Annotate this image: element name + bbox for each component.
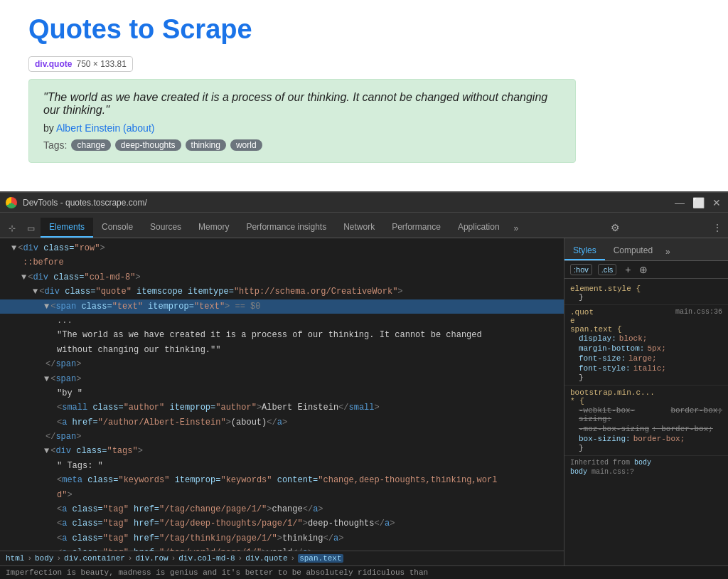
code-line: <a class="tag" href="/tag/thinking/page/… xyxy=(0,531,564,546)
new-rule-button[interactable]: ⊕ xyxy=(639,264,648,275)
expand-span2[interactable] xyxy=(44,372,49,386)
expand-col[interactable] xyxy=(21,270,26,285)
expand-tags[interactable] xyxy=(44,444,49,458)
expand-row[interactable] xyxy=(11,241,16,255)
style-selector-bootstrap: bootstrap.min.c... xyxy=(570,388,655,397)
quote-tags: Tags: changedeep-thoughtsthinkingworld xyxy=(43,139,561,151)
page-title: Quotes to Scrape xyxy=(28,14,700,45)
tab-performance[interactable]: Performance xyxy=(383,218,449,238)
code-line: <a href="/author/Albert-Einstein" >(abou… xyxy=(0,415,564,430)
quote-box: "The world as we have created it is a pr… xyxy=(28,79,576,163)
breadcrumb-row[interactable]: div.row xyxy=(135,554,168,563)
plus-button[interactable]: + xyxy=(625,264,631,275)
page-content: Quotes to Scrape div.quote 750 × 133.81 … xyxy=(0,0,728,192)
window-controls: — ⬜ ✕ xyxy=(674,197,722,208)
style-selector-e: e xyxy=(570,317,722,325)
code-line: <meta class="keywords" itemprop="keyword… xyxy=(0,473,564,487)
bottom-scroll-text: Imperfection is beauty, madness is geniu… xyxy=(0,565,728,579)
devtools-panel: DevTools - quotes.toscrape.com/ — ⬜ ✕ ⊹ … xyxy=(0,191,728,579)
tab-styles[interactable]: Styles xyxy=(564,242,605,260)
tab-console[interactable]: Console xyxy=(93,218,141,238)
code-line: </span> xyxy=(0,430,564,444)
style-spantext-selector: span.text { xyxy=(570,325,722,334)
code-line: </span> xyxy=(0,357,564,371)
quote-text: "The world as we have created it is a pr… xyxy=(43,91,561,117)
code-line: without changing our thinking."" xyxy=(0,343,564,357)
more-icon[interactable]: ⋮ xyxy=(707,218,728,238)
tab-overflow[interactable]: » xyxy=(508,219,525,238)
devtools-body: <div class="row" > ::before <div class="… xyxy=(0,238,728,565)
breadcrumb-quote[interactable]: div.quote xyxy=(245,554,287,563)
code-line: d"> xyxy=(0,488,564,502)
style-rule-quot: .quot main.css:36 e span.text { display:… xyxy=(564,305,728,386)
breadcrumb-col[interactable]: div.col-md-8 xyxy=(178,554,235,563)
code-line: <div class="col-md-8" > xyxy=(0,270,564,285)
styles-toolbar: :hov .cls + ⊕ xyxy=(564,261,728,279)
tab-computed[interactable]: Computed xyxy=(605,242,661,260)
tags-label: Tags: xyxy=(43,139,67,151)
code-line-selected: <span class="text" itemprop="text" > == … xyxy=(0,299,564,314)
styles-content[interactable]: element.style { } .quot main.css:36 e sp… xyxy=(564,279,728,565)
inherited-label: Inherited from body xyxy=(564,456,728,468)
code-line: <div class="tags" > xyxy=(0,444,564,458)
code-line: <small class="author" itemprop="author" … xyxy=(0,400,564,415)
hov-button[interactable]: :hov xyxy=(570,264,592,275)
code-view[interactable]: <div class="row" > ::before <div class="… xyxy=(0,238,564,551)
styles-overflow[interactable]: » xyxy=(661,243,675,260)
author-about-link[interactable]: (about) xyxy=(123,122,154,134)
code-line: <div class="quote" itemscope itemtype="h… xyxy=(0,285,564,299)
code-line: "The world as we have created it is a pr… xyxy=(0,328,564,342)
restore-button[interactable]: ⬜ xyxy=(692,197,704,208)
styles-panel: Styles Computed » :hov .cls + ⊕ element.… xyxy=(564,238,728,565)
element-badge-name: div.quote xyxy=(35,59,72,69)
breadcrumb-container[interactable]: div.container xyxy=(64,554,125,563)
code-line: <a class="tag" href="/tag/world/page/1/"… xyxy=(0,546,564,551)
tab-network[interactable]: Network xyxy=(335,218,383,238)
devtools-tabs: ⊹ ▭ Elements Console Sources Memory Perf… xyxy=(0,213,728,238)
style-selector-quot: .quot xyxy=(570,308,594,317)
style-star-rule: * { xyxy=(570,397,722,405)
expand-quote[interactable] xyxy=(33,285,38,299)
minimize-button[interactable]: — xyxy=(674,197,685,208)
inherited-source: body main.css:? xyxy=(564,468,728,479)
breadcrumb-body[interactable]: body xyxy=(35,554,53,563)
code-line: "by " xyxy=(0,386,564,400)
style-selector: element.style { xyxy=(570,285,722,293)
cursor-icon[interactable]: ⊹ xyxy=(3,219,21,238)
chrome-icon xyxy=(6,197,17,208)
breadcrumb-html[interactable]: html xyxy=(6,554,24,563)
styles-tabs: Styles Computed » xyxy=(564,238,728,261)
expand-span[interactable] xyxy=(44,299,49,314)
close-button[interactable]: ✕ xyxy=(711,197,722,208)
code-line: ::before xyxy=(0,255,564,270)
style-rule-bootstrap: bootstrap.min.c... * { -webkit-box-sizin… xyxy=(564,386,728,456)
code-line: <span > xyxy=(0,372,564,386)
code-line: <a class="tag" href="/tag/deep-thoughts/… xyxy=(0,516,564,531)
elements-panel: <div class="row" > ::before <div class="… xyxy=(0,238,564,565)
element-badge: div.quote 750 × 133.81 xyxy=(28,56,133,72)
tab-elements[interactable]: Elements xyxy=(41,218,93,238)
code-line: <div class="row" > xyxy=(0,241,564,255)
tag-badge[interactable]: change xyxy=(71,139,110,151)
style-source[interactable]: main.css:36 xyxy=(675,308,722,317)
tab-memory[interactable]: Memory xyxy=(190,218,237,238)
tag-badge[interactable]: thinking xyxy=(186,139,226,151)
tab-application[interactable]: Application xyxy=(449,218,508,238)
author-link[interactable]: Albert Einstein xyxy=(56,122,120,134)
tag-badge[interactable]: deep-thoughts xyxy=(115,139,181,151)
code-line: " Tags: " xyxy=(0,459,564,473)
breadcrumb-spantext[interactable]: span.text xyxy=(298,554,343,563)
tag-badge[interactable]: world xyxy=(230,139,262,151)
code-line: <a class="tag" href="/tag/change/page/1/… xyxy=(0,502,564,516)
settings-icon[interactable]: ⚙ xyxy=(605,218,626,238)
quote-author: by Albert Einstein (about) xyxy=(43,122,561,134)
cls-button[interactable]: .cls xyxy=(598,264,617,275)
devtools-breadcrumb: html › body › div.container › div.row › … xyxy=(0,551,564,565)
tab-performance-insights[interactable]: Performance insights xyxy=(237,218,335,238)
devtools-titlebar: DevTools - quotes.toscrape.com/ — ⬜ ✕ xyxy=(0,193,728,213)
tab-sources[interactable]: Sources xyxy=(141,218,190,238)
devtools-title: DevTools - quotes.toscrape.com/ xyxy=(23,198,674,208)
code-dots[interactable]: ... xyxy=(0,314,564,328)
element-badge-dims: 750 × 133.81 xyxy=(76,59,126,69)
device-icon[interactable]: ▭ xyxy=(21,219,41,238)
